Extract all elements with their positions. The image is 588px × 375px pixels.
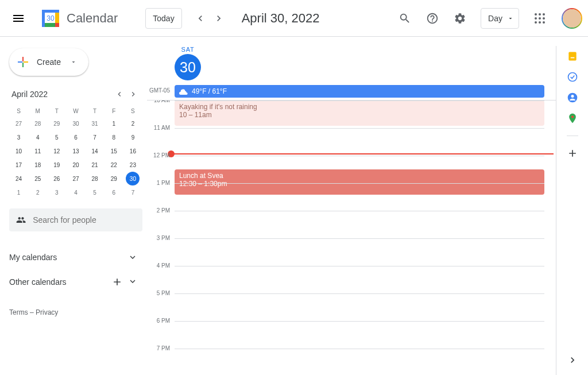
other-calendars-toggle[interactable]: Other calendars — [9, 269, 142, 295]
time-row[interactable]: 3 PM — [147, 238, 556, 266]
header: 30 Calendar Today April 30, 2022 Day — [0, 0, 588, 37]
mini-day[interactable]: 27 — [9, 117, 28, 130]
mini-day[interactable]: 18 — [28, 158, 47, 172]
mini-next-button[interactable] — [126, 87, 140, 101]
time-row[interactable]: 5 PM — [147, 293, 556, 321]
time-row[interactable]: 2 PM — [147, 211, 556, 238]
google-apps-button[interactable] — [528, 7, 551, 30]
time-row[interactable]: 12 PM — [147, 156, 556, 183]
time-row[interactable]: 10 AM — [147, 100, 556, 128]
mini-day[interactable]: 5 — [86, 185, 105, 199]
mini-day[interactable]: 30 — [123, 172, 142, 185]
mini-day[interactable]: 2 — [123, 117, 142, 130]
svg-point-8 — [568, 73, 577, 82]
mini-day[interactable]: 14 — [86, 144, 105, 158]
mini-day[interactable]: 6 — [66, 130, 85, 144]
mini-day[interactable]: 4 — [28, 130, 47, 144]
mini-day[interactable]: 11 — [28, 144, 47, 158]
time-row[interactable]: 1 PM — [147, 183, 556, 211]
mini-day[interactable]: 25 — [28, 172, 47, 185]
day-column-header[interactable]: SAT 30 — [175, 46, 201, 80]
my-calendars-toggle[interactable]: My calendars — [9, 245, 142, 269]
mini-calendar-nav — [113, 87, 140, 101]
mini-day[interactable]: 9 — [123, 130, 142, 144]
mini-day[interactable]: 1 — [9, 185, 28, 199]
dow-label: SAT — [175, 46, 201, 53]
mini-day[interactable]: 12 — [47, 144, 66, 158]
other-calendars-label: Other calendars — [9, 277, 67, 287]
mini-day[interactable]: 8 — [105, 130, 123, 144]
search-people-input[interactable] — [33, 215, 136, 225]
mini-day[interactable]: 7 — [86, 130, 105, 144]
mini-day[interactable]: 29 — [47, 117, 66, 130]
mini-day[interactable]: 17 — [9, 158, 28, 172]
keep-icon[interactable] — [567, 51, 578, 62]
mini-prev-button[interactable] — [113, 87, 126, 101]
mini-day[interactable]: 22 — [105, 158, 123, 172]
svg-point-11 — [571, 115, 573, 118]
time-row[interactable]: 4 PM — [147, 266, 556, 293]
add-icon[interactable] — [111, 276, 123, 288]
mini-day[interactable]: 3 — [47, 185, 66, 199]
mini-day[interactable]: 29 — [105, 172, 123, 185]
view-selector[interactable]: Day — [481, 8, 519, 29]
mini-day[interactable]: 20 — [66, 158, 85, 172]
mini-day[interactable]: 21 — [86, 158, 105, 172]
mini-day[interactable]: 15 — [105, 144, 123, 158]
contacts-icon[interactable] — [567, 92, 578, 103]
mini-day[interactable]: 1 — [105, 117, 123, 130]
terms-link[interactable]: Terms — [9, 308, 28, 316]
add-panel-icon[interactable] — [567, 148, 578, 159]
mini-day[interactable]: 27 — [66, 172, 85, 185]
search-icon — [399, 12, 411, 25]
app-logo[interactable]: 30 Calendar — [39, 7, 118, 30]
time-label: 4 PM — [147, 262, 175, 290]
account-button[interactable] — [560, 7, 583, 30]
timezone-label: GMT-05 — [147, 85, 175, 98]
prev-day-button[interactable] — [191, 9, 210, 28]
mini-day[interactable]: 31 — [86, 117, 105, 130]
mini-day[interactable]: 28 — [86, 172, 105, 185]
mini-day[interactable]: 10 — [9, 144, 28, 158]
mini-day[interactable]: 7 — [123, 185, 142, 199]
settings-button[interactable] — [448, 7, 471, 30]
collapse-panel-button[interactable] — [567, 354, 578, 366]
today-button[interactable]: Today — [145, 8, 181, 29]
mini-day[interactable]: 24 — [9, 172, 28, 185]
weather-event[interactable]: 49°F / 61°F — [175, 85, 544, 98]
mini-day[interactable]: 23 — [123, 158, 142, 172]
search-people-box[interactable] — [9, 208, 142, 231]
svg-rect-7 — [570, 57, 574, 59]
mini-day[interactable]: 13 — [66, 144, 85, 158]
time-row[interactable]: 11 AM — [147, 128, 556, 156]
main-menu-button[interactable] — [5, 5, 32, 32]
next-day-button[interactable] — [210, 9, 228, 28]
search-button[interactable] — [393, 7, 416, 30]
time-row[interactable]: 7 PM — [147, 349, 556, 359]
mini-day[interactable]: 26 — [47, 172, 66, 185]
date-nav — [191, 9, 228, 28]
mini-dow: W — [66, 106, 85, 117]
time-grid[interactable]: Kayaking if it's not raining 10 – 11am L… — [147, 100, 556, 359]
time-row[interactable]: 6 PM — [147, 321, 556, 349]
mini-day[interactable]: 2 — [28, 185, 47, 199]
mini-day[interactable]: 6 — [105, 185, 123, 199]
mini-calendar-header: April 2022 — [9, 87, 142, 101]
tasks-icon[interactable] — [567, 71, 578, 83]
mini-day[interactable]: 3 — [9, 130, 28, 144]
mini-day[interactable]: 30 — [66, 117, 85, 130]
mini-day[interactable]: 16 — [123, 144, 142, 158]
privacy-link[interactable]: Privacy — [36, 308, 58, 316]
help-icon — [426, 12, 439, 25]
maps-icon[interactable] — [567, 113, 578, 124]
mini-day[interactable]: 28 — [28, 117, 47, 130]
create-button[interactable]: Create — [9, 48, 88, 76]
help-button[interactable] — [421, 7, 444, 30]
current-date-label: April 30, 2022 — [242, 11, 320, 26]
mini-day[interactable]: 19 — [47, 158, 66, 172]
mini-day[interactable]: 4 — [66, 185, 85, 199]
day-header: SAT 30 — [147, 46, 556, 80]
chevron-left-icon — [195, 13, 206, 24]
mini-day[interactable]: 5 — [47, 130, 66, 144]
svg-point-10 — [571, 95, 574, 98]
